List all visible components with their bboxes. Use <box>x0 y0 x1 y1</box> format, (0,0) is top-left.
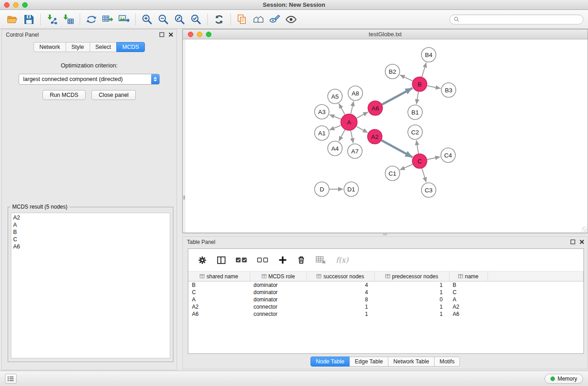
table-cell[interactable]: 1 <box>306 303 374 310</box>
table-cell[interactable]: C <box>188 289 250 296</box>
node-B2[interactable]: B2 <box>385 64 400 79</box>
edge-C-C4[interactable] <box>427 157 440 160</box>
table-cell[interactable]: 1 <box>374 303 449 310</box>
edge-A-A2[interactable] <box>357 126 368 133</box>
node-A6[interactable]: A6 <box>368 101 382 115</box>
table-cell[interactable]: connector <box>250 310 306 318</box>
edge-A-A8[interactable] <box>351 101 354 114</box>
column-header-name[interactable]: name <box>449 272 488 281</box>
result-item[interactable]: A2 <box>13 214 168 221</box>
birdseye-splitter[interactable] <box>183 40 185 233</box>
tab-edge-table[interactable]: Edge Table <box>349 357 388 367</box>
node-D[interactable]: D <box>315 182 329 196</box>
new-network-button[interactable] <box>83 11 100 28</box>
zoom-in-button[interactable] <box>139 11 155 28</box>
edge-A-A3[interactable] <box>330 114 341 119</box>
edge-C-C1[interactable] <box>400 164 412 170</box>
edge-C-C2[interactable] <box>416 140 419 153</box>
table-cell[interactable]: 8 <box>306 296 374 303</box>
node-A[interactable]: A <box>341 114 357 130</box>
edge-A-A1[interactable] <box>330 125 341 130</box>
import-table-button[interactable] <box>60 11 76 28</box>
edge-A-A7[interactable] <box>351 131 354 143</box>
edge-A-A5[interactable] <box>339 104 345 115</box>
edge-B-B4[interactable] <box>422 62 426 77</box>
table-cell[interactable]: A2 <box>449 303 488 310</box>
node-A5[interactable]: A5 <box>328 89 342 104</box>
node-D1[interactable]: D1 <box>344 182 359 196</box>
edge-B-B1[interactable] <box>416 92 418 104</box>
edge-A6-B[interactable] <box>382 88 412 105</box>
search-input[interactable] <box>462 16 579 23</box>
network-close-button[interactable] <box>188 32 193 37</box>
tab-network[interactable]: Network <box>33 42 66 52</box>
node-A3[interactable]: A3 <box>315 105 329 119</box>
show-hide-button[interactable] <box>283 11 299 28</box>
search-box[interactable] <box>449 14 583 24</box>
delete-table-button[interactable] <box>315 255 327 265</box>
table-row[interactable]: Bdominator41B <box>188 281 583 289</box>
close-panel-button[interactable]: Close panel <box>91 90 136 100</box>
zoom-selected-button[interactable] <box>188 11 204 28</box>
node-C4[interactable]: C4 <box>441 148 455 162</box>
edge-A2-C[interactable] <box>382 140 412 157</box>
close-window-button[interactable] <box>4 2 10 8</box>
node-A2[interactable]: A2 <box>368 129 382 144</box>
select-all-button[interactable] <box>235 256 248 264</box>
tab-network-table[interactable]: Network Table <box>388 357 435 367</box>
table-settings-button[interactable] <box>197 255 207 265</box>
import-network-button[interactable] <box>44 11 60 28</box>
table-cell[interactable]: B <box>449 281 488 289</box>
node-C[interactable]: C <box>412 154 427 168</box>
save-session-button[interactable] <box>21 11 37 28</box>
node-A1[interactable]: A1 <box>315 126 329 140</box>
mcds-result-list[interactable]: A2ABCA6 <box>11 213 170 358</box>
node-C1[interactable]: C1 <box>385 166 400 181</box>
node-B[interactable]: B <box>412 77 427 91</box>
network-zoom-button[interactable] <box>206 32 211 37</box>
node-A4[interactable]: A4 <box>328 141 342 156</box>
network-canvas[interactable]: B4B2BB3A8A5A6A3B1AC2A1A2A4A7C4CC1DD1C3 <box>183 40 588 233</box>
table-cell[interactable]: 1 <box>306 310 374 318</box>
table-cell[interactable]: 4 <box>306 281 374 289</box>
table-cell[interactable]: A <box>449 296 488 303</box>
table-cell[interactable]: B <box>188 281 250 289</box>
close-panel-icon[interactable] <box>579 239 584 244</box>
edge-A-A6[interactable] <box>357 112 368 119</box>
node-A7[interactable]: A7 <box>348 144 362 158</box>
open-session-button[interactable] <box>5 11 21 28</box>
tab-select[interactable]: Select <box>90 42 117 52</box>
table-cell[interactable]: A6 <box>188 310 250 318</box>
result-item[interactable]: B <box>13 229 168 236</box>
export-image-button[interactable] <box>116 11 132 28</box>
network-minimize-button[interactable] <box>197 32 202 37</box>
export-table-button[interactable] <box>100 11 116 28</box>
table-cell[interactable]: A <box>188 296 250 303</box>
table-cell[interactable]: dominator <box>250 289 306 296</box>
column-header-predecessor-nodes[interactable]: predecessor nodes <box>374 272 449 281</box>
result-item[interactable]: A <box>13 221 168 229</box>
annotations-button[interactable] <box>234 11 250 28</box>
zoom-window-button[interactable] <box>22 2 28 8</box>
table-cell[interactable]: 0 <box>374 296 449 303</box>
node-C2[interactable]: C2 <box>408 125 422 139</box>
table-cell[interactable]: dominator <box>250 281 306 289</box>
table-cell[interactable]: 1 <box>374 289 449 296</box>
table-row[interactable]: Adominator80A <box>188 296 583 303</box>
deselect-all-button[interactable] <box>257 256 269 264</box>
table-row[interactable]: Cdominator41C <box>188 289 583 296</box>
refresh-button[interactable] <box>211 11 227 28</box>
edge-B-B2[interactable] <box>400 75 412 81</box>
home-button[interactable] <box>250 11 267 28</box>
zoom-fit-button[interactable] <box>172 11 188 28</box>
table-cell[interactable]: C <box>449 289 488 296</box>
criterion-dropdown[interactable]: largest connected component (directed) <box>19 74 160 85</box>
node-B4[interactable]: B4 <box>421 48 436 62</box>
column-header-shared-name[interactable]: shared name <box>188 272 250 281</box>
show-columns-button[interactable] <box>216 255 226 265</box>
column-header-mcds-role[interactable]: MCDS role <box>250 272 306 281</box>
close-panel-icon[interactable] <box>168 32 173 37</box>
zoom-out-button[interactable] <box>155 11 172 28</box>
tab-motifs[interactable]: Motifs <box>434 357 460 367</box>
edge-B-B3[interactable] <box>427 86 441 88</box>
